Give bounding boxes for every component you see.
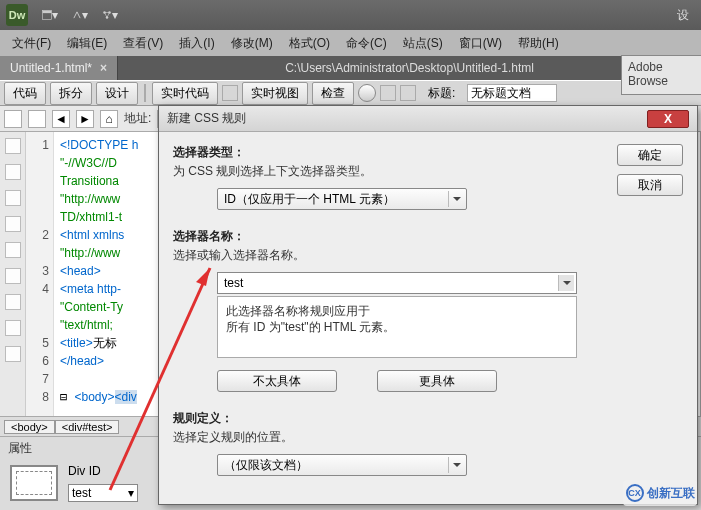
tab-close-icon[interactable]: × — [100, 61, 107, 75]
app-titlebar: Dw ▾ ▾ ▾ 设 — [0, 0, 701, 30]
gutter-tool-6[interactable] — [5, 268, 21, 284]
tag-div-test[interactable]: <div#test> — [55, 420, 120, 434]
gutter-tool-1[interactable] — [5, 138, 21, 154]
globe-icon[interactable] — [358, 84, 376, 102]
nav-fwd-icon[interactable]: ► — [76, 110, 94, 128]
selector-info-box: 此选择器名称将规则应用于 所有 ID 为"test"的 HTML 元素。 — [217, 296, 577, 358]
addr-icon-2[interactable] — [28, 110, 46, 128]
cancel-button[interactable]: 取消 — [617, 174, 683, 196]
document-path: C:\Users\Administrator\Desktop\Untitled-… — [118, 56, 701, 80]
menu-modify[interactable]: 修改(M) — [225, 33, 279, 54]
gutter-tool-5[interactable] — [5, 242, 21, 258]
tag-body[interactable]: <body> — [4, 420, 55, 434]
divid-combo[interactable]: test▾ — [68, 484, 138, 502]
tab-label: Untitled-1.html* — [10, 61, 92, 75]
menu-view[interactable]: 查看(V) — [117, 33, 169, 54]
selector-name-desc: 选择或输入选择器名称。 — [173, 247, 607, 264]
rule-def-desc: 选择定义规则的位置。 — [173, 429, 607, 446]
selector-type-title: 选择器类型： — [173, 144, 607, 161]
document-tab-active[interactable]: Untitled-1.html* × — [0, 56, 118, 80]
gutter-tool-7[interactable] — [5, 294, 21, 310]
ok-button[interactable]: 确定 — [617, 144, 683, 166]
dialog-close-button[interactable]: X — [647, 110, 689, 128]
selector-name-title: 选择器名称： — [173, 228, 607, 245]
menu-format[interactable]: 格式(O) — [283, 33, 336, 54]
menu-site[interactable]: 站点(S) — [397, 33, 449, 54]
less-specific-button[interactable]: 不太具体 — [217, 370, 337, 392]
dialog-title-text: 新建 CSS 规则 — [167, 110, 246, 127]
div-preview-swatch[interactable] — [10, 465, 58, 501]
menu-file[interactable]: 文件(F) — [6, 33, 57, 54]
app-logo: Dw — [6, 4, 28, 26]
selector-type-desc: 为 CSS 规则选择上下文选择器类型。 — [173, 163, 607, 180]
live-code-button[interactable]: 实时代码 — [152, 82, 218, 105]
live-code-icon[interactable] — [222, 85, 238, 101]
selector-type-combo[interactable]: ID（仅应用于一个 HTML 元素） — [217, 188, 467, 210]
view-split-button[interactable]: 拆分 — [50, 82, 92, 105]
menu-cmd[interactable]: 命令(C) — [340, 33, 393, 54]
live-view-button[interactable]: 实时视图 — [242, 82, 308, 105]
tool-icon-2[interactable]: ▾ — [102, 7, 118, 23]
divid-label: Div ID — [68, 464, 138, 478]
document-tabs: Untitled-1.html* × C:\Users\Administrato… — [0, 56, 701, 80]
svg-rect-1 — [43, 11, 52, 14]
selector-name-input[interactable]: test — [217, 272, 577, 294]
refresh-icon[interactable] — [380, 85, 396, 101]
new-css-rule-dialog: 新建 CSS 规则 X 选择器类型： 为 CSS 规则选择上下文选择器类型。 I… — [158, 105, 698, 505]
gutter-tool-8[interactable] — [5, 320, 21, 336]
gutter-tool-9[interactable] — [5, 346, 21, 362]
title-input[interactable]: 无标题文档 — [467, 84, 557, 102]
view-toolbar: 代码 拆分 设计 实时代码 实时视图 检查 标题: 无标题文档 — [0, 80, 701, 106]
menu-window[interactable]: 窗口(W) — [453, 33, 508, 54]
dialog-titlebar[interactable]: 新建 CSS 规则 X — [159, 106, 697, 132]
chevron-down-icon — [558, 275, 574, 291]
addr-icon-1[interactable] — [4, 110, 22, 128]
gutter-tool-2[interactable] — [5, 164, 21, 180]
chevron-down-icon — [448, 457, 464, 473]
nav-back-icon[interactable]: ◄ — [52, 110, 70, 128]
rule-def-combo[interactable]: （仅限该文档） — [217, 454, 467, 476]
menu-edit[interactable]: 编辑(E) — [61, 33, 113, 54]
gutter-tool-3[interactable] — [5, 190, 21, 206]
gutter-tool-4[interactable] — [5, 216, 21, 232]
chevron-down-icon — [448, 191, 464, 207]
separator — [144, 84, 146, 102]
layout-icon[interactable]: ▾ — [42, 7, 58, 23]
home-icon[interactable]: ⌂ — [100, 110, 118, 128]
view-design-button[interactable]: 设计 — [96, 82, 138, 105]
menu-insert[interactable]: 插入(I) — [173, 33, 220, 54]
inspect-button[interactable]: 检查 — [312, 82, 354, 105]
menu-bar: 文件(F) 编辑(E) 查看(V) 插入(I) 修改(M) 格式(O) 命令(C… — [0, 30, 701, 56]
menu-help[interactable]: 帮助(H) — [512, 33, 565, 54]
rule-def-title: 规则定义： — [173, 410, 607, 427]
watermark: CX创新互联 — [623, 480, 697, 506]
right-panel-header[interactable]: Adobe Browse — [621, 55, 701, 95]
title-label: 标题: — [420, 83, 463, 104]
address-label: 地址: — [124, 110, 151, 127]
titlebar-right-text: 设 — [677, 7, 689, 24]
tool-icon-1[interactable]: ▾ — [72, 7, 88, 23]
view-code-button[interactable]: 代码 — [4, 82, 46, 105]
nav-icon[interactable] — [400, 85, 416, 101]
more-specific-button[interactable]: 更具体 — [377, 370, 497, 392]
